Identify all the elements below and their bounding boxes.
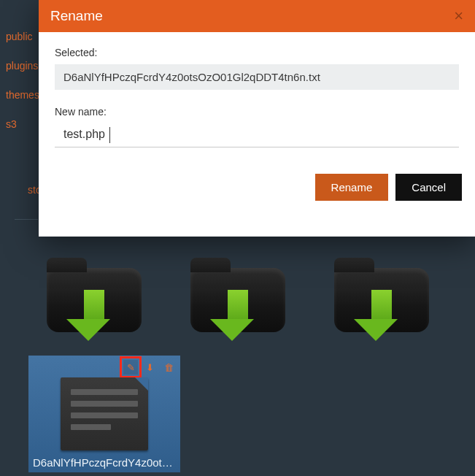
newname-input[interactable] [63,128,450,141]
file-document-icon [61,377,148,450]
folder-icon [334,268,429,332]
file-caption: D6aNlYfHPczqFcrdY4z0otsOz [33,456,176,469]
folder-item[interactable] [39,252,149,339]
newname-label: New name: [55,106,459,118]
modal-header: Rename × [39,0,475,32]
text-caret [109,127,110,143]
selected-label: Selected: [55,47,459,58]
file-card-selected[interactable]: ✎ ⬇ 🗑 D6aNlYfHPczqFcrdY4z0otsOz [28,356,180,472]
folder-row [0,252,475,339]
folder-icon [190,268,285,332]
rename-icon[interactable]: ✎ [123,360,138,375]
download-arrow-icon [222,290,254,341]
folder-icon [47,268,142,332]
download-icon[interactable]: ⬇ [142,360,157,375]
folder-item[interactable] [327,252,436,339]
close-icon[interactable]: × [454,8,463,24]
modal-title: Rename [50,8,103,24]
selected-value: D6aNlYfHPczqFcrdY4z0otsOzO01Gl2qDDT4tn6n… [55,64,459,90]
rename-modal: Rename × Selected: D6aNlYfHPczqFcrdY4z0o… [39,0,475,237]
download-arrow-icon [366,290,398,341]
modal-footer: Rename Cancel [39,165,475,215]
cancel-button[interactable]: Cancel [395,174,462,201]
folder-item[interactable] [183,252,293,339]
newname-input-wrap [55,123,459,147]
modal-body: Selected: D6aNlYfHPczqFcrdY4z0otsOzO01Gl… [39,32,475,165]
rename-button[interactable]: Rename [315,174,389,201]
download-arrow-icon [78,290,110,341]
file-card-actions: ✎ ⬇ 🗑 [123,360,176,375]
trash-icon[interactable]: 🗑 [161,360,176,375]
